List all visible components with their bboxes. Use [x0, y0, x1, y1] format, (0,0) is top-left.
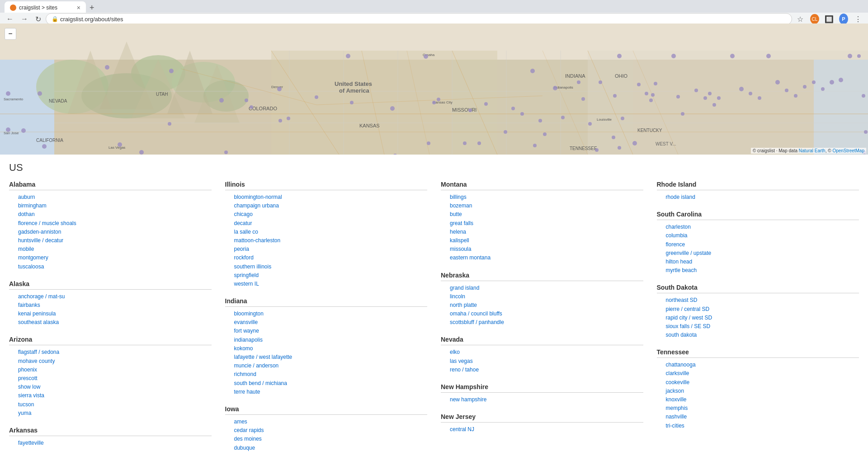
city-link[interactable]: knoxville	[657, 395, 859, 404]
tab-close-btn[interactable]: ×	[77, 4, 80, 11]
city-link[interactable]: pierre / central SD	[657, 305, 859, 314]
city-link[interactable]: south dakota	[657, 331, 859, 339]
svg-point-122	[712, 103, 716, 107]
city-link[interactable]: decatur	[225, 219, 428, 228]
city-link[interactable]: birmingham	[9, 202, 212, 210]
city-link[interactable]: greenville / upstate	[657, 249, 859, 258]
city-link[interactable]: evansville	[225, 318, 428, 327]
city-link[interactable]: richmond	[225, 370, 428, 379]
city-link[interactable]: sierra vista	[9, 391, 212, 400]
city-link[interactable]: tri-cities	[657, 422, 859, 430]
zoom-minus-btn[interactable]: −	[5, 28, 16, 40]
city-link[interactable]: cedar rapids	[225, 426, 428, 435]
city-link[interactable]: reno / tahoe	[441, 366, 643, 374]
city-link[interactable]: rapid city / west SD	[657, 314, 859, 322]
city-link[interactable]: bloomington	[225, 310, 428, 318]
city-link[interactable]: hilton head	[657, 258, 859, 266]
city-link[interactable]: fairbanks	[9, 301, 212, 310]
city-link[interactable]: gadsden-anniston	[9, 228, 212, 236]
city-link[interactable]: butte	[441, 210, 643, 219]
city-link[interactable]: north platte	[441, 301, 643, 310]
city-link[interactable]: springfield	[225, 271, 428, 280]
city-link[interactable]: new hampshire	[441, 395, 643, 404]
city-link[interactable]: charleston	[657, 223, 859, 231]
city-link[interactable]: mobile	[9, 245, 212, 254]
city-link[interactable]: la salle co	[225, 228, 428, 236]
state-name: Alaska	[9, 280, 212, 287]
city-link[interactable]: tuscaloosa	[9, 263, 212, 271]
city-link[interactable]: south bend / michiana	[225, 379, 428, 388]
city-link[interactable]: southeast alaska	[9, 318, 212, 327]
city-link[interactable]: chattanooga	[657, 361, 859, 369]
city-link[interactable]: champaign urbana	[225, 202, 428, 210]
city-link[interactable]: florence / muscle shoals	[9, 219, 212, 228]
city-link[interactable]: fayetteville	[9, 439, 212, 447]
city-link[interactable]: myrtle beach	[657, 266, 859, 275]
city-link[interactable]: prescott	[9, 374, 212, 383]
city-link[interactable]: eastern montana	[441, 254, 643, 262]
city-link[interactable]: kokomo	[225, 344, 428, 353]
city-link[interactable]: cookeville	[657, 378, 859, 387]
svg-point-86	[468, 108, 472, 112]
city-link[interactable]: nashville	[657, 413, 859, 421]
city-link[interactable]: phoenix	[9, 366, 212, 374]
city-link[interactable]: las vegas	[441, 357, 643, 366]
city-link[interactable]: dubuque	[225, 444, 428, 452]
city-link[interactable]: tucson	[9, 400, 212, 409]
svg-point-83	[432, 101, 436, 104]
city-link[interactable]: memphis	[657, 404, 859, 413]
city-link[interactable]: rhode island	[657, 193, 859, 202]
city-link[interactable]: clarksville	[657, 369, 859, 378]
city-link[interactable]: indianapolis	[225, 336, 428, 344]
city-link[interactable]: kalispell	[441, 236, 643, 245]
browser-chrome: craigslist > sites × + ← → ↻ 🔒 craigslis…	[0, 0, 868, 24]
city-link[interactable]: ames	[225, 418, 428, 426]
city-link[interactable]: chicago	[225, 210, 428, 219]
active-tab[interactable]: craigslist > sites ×	[5, 1, 86, 14]
city-link[interactable]: great falls	[441, 219, 643, 228]
city-link[interactable]: columbia	[657, 231, 859, 240]
city-link[interactable]: sioux falls / SE SD	[657, 322, 859, 331]
city-link[interactable]: des moines	[225, 435, 428, 443]
city-link[interactable]: anchorage / mat-su	[9, 292, 212, 301]
city-link[interactable]: jackson	[657, 387, 859, 395]
city-link[interactable]: northeast SD	[657, 296, 859, 305]
openstreetmap-link[interactable]: OpenStreetMap	[832, 148, 864, 153]
city-link[interactable]: montgomery	[9, 254, 212, 262]
city-link[interactable]: mattoon-charleston	[225, 236, 428, 245]
city-link[interactable]: missoula	[441, 245, 643, 254]
city-link[interactable]: huntsville / decatur	[9, 236, 212, 245]
city-link[interactable]: rockford	[225, 254, 428, 262]
city-link[interactable]: florence	[657, 240, 859, 249]
city-link[interactable]: billings	[441, 193, 643, 202]
city-link[interactable]: dothan	[9, 210, 212, 219]
tab-label: craigslist > sites	[19, 5, 57, 11]
city-link[interactable]: auburn	[9, 193, 212, 202]
city-link[interactable]: scottsbluff / panhandle	[441, 318, 643, 327]
city-link[interactable]: lafayette / west lafayette	[225, 353, 428, 362]
city-link[interactable]: grand island	[441, 284, 643, 292]
city-link[interactable]: central NJ	[441, 425, 643, 434]
state-section: South Carolinacharlestoncolumbiaflorence…	[657, 211, 859, 275]
city-link[interactable]: elko	[441, 348, 643, 357]
city-link[interactable]: terre haute	[225, 388, 428, 396]
city-link[interactable]: peoria	[225, 245, 428, 254]
column-3: Rhode Islandrhode islandSouth Carolinach…	[657, 181, 859, 461]
city-link[interactable]: southern illinois	[225, 263, 428, 271]
city-link[interactable]: bloomington-normal	[225, 193, 428, 202]
city-link[interactable]: mohave county	[9, 357, 212, 366]
city-link[interactable]: yuma	[9, 409, 212, 418]
natural-earth-link[interactable]: Natural Earth	[799, 148, 826, 153]
city-link[interactable]: lincoln	[441, 292, 643, 301]
city-link[interactable]: show low	[9, 383, 212, 391]
svg-point-89	[504, 130, 507, 134]
city-link[interactable]: muncie / anderson	[225, 362, 428, 370]
city-link[interactable]: bozeman	[441, 202, 643, 210]
city-link[interactable]: western IL	[225, 280, 428, 288]
city-link[interactable]: helena	[441, 228, 643, 236]
new-tab-btn[interactable]: +	[86, 3, 98, 13]
city-link[interactable]: omaha / council bluffs	[441, 310, 643, 318]
city-link[interactable]: flagstaff / sedona	[9, 348, 212, 357]
city-link[interactable]: kenai peninsula	[9, 310, 212, 318]
city-link[interactable]: fort wayne	[225, 327, 428, 335]
